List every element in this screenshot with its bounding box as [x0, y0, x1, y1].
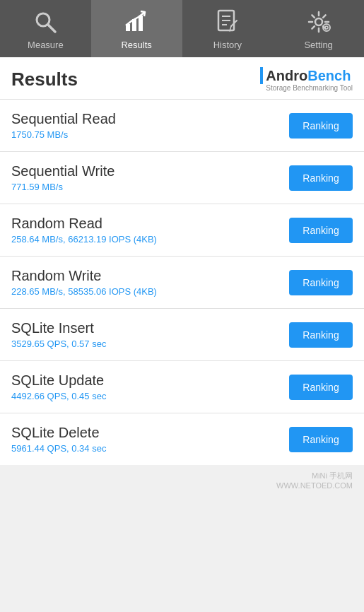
- bench-name: SQLite Update: [11, 372, 106, 389]
- bench-name: SQLite Insert: [11, 320, 106, 336]
- table-row: Random Write228.65 MB/s, 58535.06 IOPS (…: [0, 257, 364, 308]
- brand-suffix: Bench: [307, 68, 351, 84]
- svg-point-21: [325, 26, 328, 29]
- table-row: SQLite Insert3529.65 QPS, 0.57 secRankin…: [0, 309, 364, 360]
- brand-prefix: Andro: [266, 68, 307, 84]
- svg-line-16: [312, 15, 315, 18]
- nav-item-results[interactable]: Results: [91, 0, 182, 57]
- nav-item-history[interactable]: History: [182, 0, 274, 57]
- table-row: Sequential Write771.59 MB/sRanking: [0, 152, 364, 204]
- bench-value: 5961.44 QPS, 0.34 sec: [11, 443, 106, 454]
- bench-info: Sequential Read1750.75 MB/s: [11, 111, 116, 140]
- nav-item-measure[interactable]: Measure: [0, 0, 91, 57]
- bench-name: Sequential Read: [11, 111, 116, 127]
- bench-value: 1750.75 MB/s: [11, 129, 116, 140]
- nav-label-history: History: [213, 40, 242, 50]
- watermark-area: MiNi 手机网WWW.NETOED.COM: [0, 465, 364, 495]
- svg-line-19: [312, 26, 315, 29]
- bench-info: SQLite Update4492.66 QPS, 0.45 sec: [11, 372, 106, 401]
- bench-name: SQLite Delete: [11, 425, 106, 441]
- ranking-button[interactable]: Ranking: [289, 375, 353, 400]
- brand-bar: [260, 67, 263, 84]
- bench-info: Random Write228.65 MB/s, 58535.06 IOPS (…: [11, 268, 157, 297]
- measure-icon: [32, 8, 59, 35]
- nav-item-setting[interactable]: Setting: [273, 0, 364, 57]
- ranking-button[interactable]: Ranking: [289, 427, 353, 452]
- table-row: SQLite Delete5961.44 QPS, 0.34 secRankin…: [0, 413, 364, 465]
- bench-value: 3529.65 QPS, 0.57 sec: [11, 339, 106, 349]
- results-icon: [123, 8, 150, 35]
- svg-point-11: [315, 18, 322, 25]
- bench-value: 228.65 MB/s, 58535.06 IOPS (4KB): [11, 286, 157, 297]
- svg-line-18: [323, 15, 326, 18]
- svg-line-1: [48, 25, 55, 32]
- bench-info: SQLite Insert3529.65 QPS, 0.57 sec: [11, 320, 106, 349]
- nav-bar: Measure Results: [0, 0, 364, 57]
- ranking-button[interactable]: Ranking: [289, 322, 353, 348]
- table-row: Sequential Read1750.75 MB/sRanking: [0, 100, 364, 151]
- bench-name: Sequential Write: [11, 163, 115, 180]
- setting-icon: [305, 8, 332, 35]
- nav-label-results: Results: [121, 40, 151, 50]
- ranking-button[interactable]: Ranking: [289, 113, 353, 139]
- bench-info: SQLite Delete5961.44 QPS, 0.34 sec: [11, 425, 106, 454]
- bench-value: 771.59 MB/s: [11, 182, 115, 192]
- bench-info: Random Read258.64 MB/s, 66213.19 IOPS (4…: [11, 216, 157, 245]
- watermark-text: MiNi 手机网WWW.NETOED.COM: [276, 471, 353, 490]
- ranking-button[interactable]: Ranking: [289, 270, 353, 295]
- bench-name: Random Write: [11, 268, 157, 284]
- ranking-button[interactable]: Ranking: [289, 218, 353, 243]
- table-row: SQLite Update4492.66 QPS, 0.45 secRankin…: [0, 361, 364, 413]
- ranking-button[interactable]: Ranking: [289, 165, 353, 191]
- page-title: Results: [11, 69, 78, 90]
- table-row: Random Read258.64 MB/s, 66213.19 IOPS (4…: [0, 204, 364, 256]
- history-icon: [214, 8, 241, 35]
- bench-value: 258.64 MB/s, 66213.19 IOPS (4KB): [11, 234, 157, 245]
- nav-label-measure: Measure: [28, 40, 64, 50]
- bench-info: Sequential Write771.59 MB/s: [11, 163, 115, 192]
- benchmark-list: Sequential Read1750.75 MB/sRankingSequen…: [0, 100, 364, 465]
- bench-name: Random Read: [11, 216, 157, 232]
- bench-value: 4492.66 QPS, 0.45 sec: [11, 391, 106, 401]
- brand-name: AndroBench: [260, 67, 351, 84]
- brand-logo: AndroBench Storage Benchmarking Tool: [260, 67, 353, 92]
- svg-rect-4: [139, 16, 143, 31]
- brand-tagline: Storage Benchmarking Tool: [266, 84, 353, 92]
- nav-label-setting: Setting: [304, 40, 332, 50]
- results-header: Results AndroBench Storage Benchmarking …: [0, 57, 364, 100]
